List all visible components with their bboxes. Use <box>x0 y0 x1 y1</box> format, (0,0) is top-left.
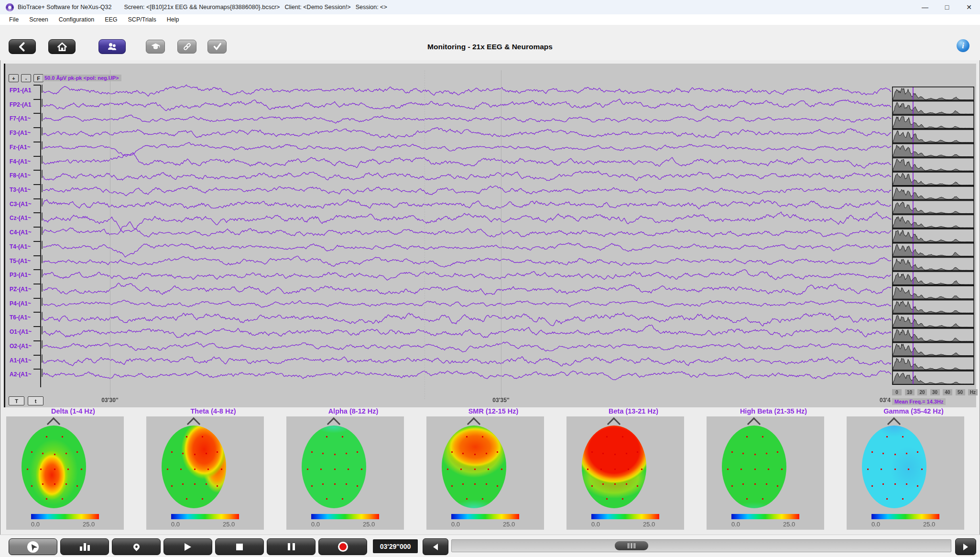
navigate-button[interactable] <box>9 538 57 555</box>
channel-tick <box>33 269 41 270</box>
minimize-button[interactable]: — <box>914 0 936 14</box>
electrode-dot <box>357 485 358 487</box>
electrode-dot <box>867 469 869 470</box>
electrode-dot <box>42 453 44 454</box>
session-info: Session: <> <box>356 4 387 11</box>
channel-label: Fz-(A1~ <box>10 144 39 151</box>
neuromap-panel-beta: Beta (13-21 Hz)0.025.0 <box>560 407 700 533</box>
eeg-zoom-button-+[interactable]: + <box>9 74 19 82</box>
colorbar-min: 0.0 <box>451 521 460 528</box>
colorbar-min: 0.0 <box>311 521 320 528</box>
electrode-dot <box>886 436 888 437</box>
channel-label: O1-(A1~ <box>10 328 39 335</box>
info-icon[interactable]: i <box>957 39 969 52</box>
marker-button[interactable] <box>112 538 161 555</box>
menu-screen[interactable]: Screen <box>24 16 54 23</box>
electrode-dot <box>762 498 763 500</box>
scrollbar-thumb[interactable] <box>615 541 648 550</box>
electrode-dot <box>27 469 28 470</box>
electrode-dot <box>54 454 55 455</box>
electrode-dot <box>731 451 733 453</box>
electrode-dot <box>600 469 602 470</box>
electrode-dot <box>67 469 69 470</box>
chart-button[interactable] <box>60 538 109 555</box>
electrode-dot <box>311 485 313 487</box>
neuromap-panel-smr: SMR (12-15 Hz)0.025.0 <box>420 407 560 533</box>
colorbar-min: 0.0 <box>871 521 880 528</box>
scroll-right-button[interactable] <box>955 538 976 555</box>
close-button[interactable]: ✕ <box>958 0 980 14</box>
menu-help[interactable]: Help <box>162 16 185 23</box>
channel-tick <box>33 326 41 327</box>
neuromap-title: SMR (12-15 Hz) <box>420 407 560 416</box>
electrode-dot <box>622 498 623 500</box>
electrode-dot <box>881 469 882 470</box>
neuromap-display: 0.025.0 <box>286 416 404 530</box>
channel-tick <box>33 284 41 284</box>
electrode-dot <box>486 453 487 454</box>
neuromap-panel-gamma: Gamma (35-42 Hz)0.025.0 <box>840 407 980 533</box>
eeg-trigger-button-0[interactable]: T <box>9 396 24 405</box>
electrode-dot <box>186 436 187 437</box>
electrode-dot <box>641 469 642 470</box>
electrode-dot <box>462 483 464 485</box>
electrode-dot <box>622 436 623 437</box>
electrode-dot <box>202 436 203 437</box>
menu-scptrials[interactable]: SCP/Trials <box>123 16 162 23</box>
channel-label: P3-(A1~ <box>10 272 39 278</box>
electrode-dot <box>31 451 33 453</box>
electrode-dot <box>917 485 918 487</box>
electrode-dot <box>361 469 362 470</box>
electrode-dot <box>40 469 42 470</box>
titlebar-text: BioTrace+ Software for NeXus-Q32Screen: … <box>18 4 392 11</box>
electrode-dot <box>742 453 744 454</box>
menubar: FileScreenConfigurationEEGSCP/TrialsHelp <box>0 14 980 25</box>
channel-tick <box>33 156 41 157</box>
eeg-zoom-button--[interactable]: - <box>21 74 31 82</box>
channel-tick <box>33 142 41 142</box>
electrode-dot <box>54 483 55 485</box>
menu-configuration[interactable]: Configuration <box>54 16 99 23</box>
electrode-dot <box>76 451 78 453</box>
timeline-scrollbar[interactable] <box>451 539 951 552</box>
electrode-dot <box>768 469 769 470</box>
eeg-trigger-button-1[interactable]: t <box>28 396 44 405</box>
electrode-dot <box>460 469 462 470</box>
neuromap-title: Alpha (8-12 Hz) <box>280 407 420 416</box>
electrode-dot <box>777 485 778 487</box>
channel-label: F7-(A1~ <box>10 115 39 122</box>
menu-eeg[interactable]: EEG <box>99 16 122 23</box>
electrode-dot <box>342 436 343 437</box>
stop-button[interactable] <box>215 538 264 555</box>
channel-label: C4-(A1~ <box>10 229 39 236</box>
electrode-dot <box>322 453 324 454</box>
head-topomap <box>722 426 786 508</box>
maximize-button[interactable]: □ <box>936 0 958 14</box>
electrode-dot <box>447 469 448 470</box>
channel-tick <box>33 127 41 128</box>
electrode-dot <box>908 469 909 470</box>
play-button[interactable] <box>163 538 212 555</box>
channel-label: A1-(A1~ <box>10 357 39 364</box>
app-window: BioTrace+ Software for NeXus-Q32Screen: … <box>0 0 980 557</box>
pause-button[interactable] <box>267 538 316 555</box>
electrode-dot <box>486 483 487 485</box>
record-button[interactable] <box>318 538 367 555</box>
channel-label: Cz-(A1~ <box>10 215 39 221</box>
menu-file[interactable]: File <box>4 16 24 23</box>
scroll-left-button[interactable] <box>423 538 448 555</box>
grip-icon <box>628 543 635 548</box>
electrode-dot <box>614 454 616 455</box>
toolbar: Monitoring - 21x EEG & Neuromaps i <box>0 25 980 60</box>
play-icon <box>185 543 191 551</box>
neuromap-panel-delta: Delta (1-4 Hz)0.025.0 <box>0 407 140 533</box>
eeg-bottom-buttons: Tt <box>9 396 44 405</box>
channel-tick <box>33 212 41 213</box>
eeg-left-bar <box>4 64 5 407</box>
electrode-dot <box>614 483 616 485</box>
channel-tick <box>33 355 41 356</box>
electrode-dot <box>766 453 767 454</box>
electrode-dot <box>882 483 884 485</box>
electrode-dot <box>346 483 347 485</box>
channel-tick <box>33 227 41 228</box>
